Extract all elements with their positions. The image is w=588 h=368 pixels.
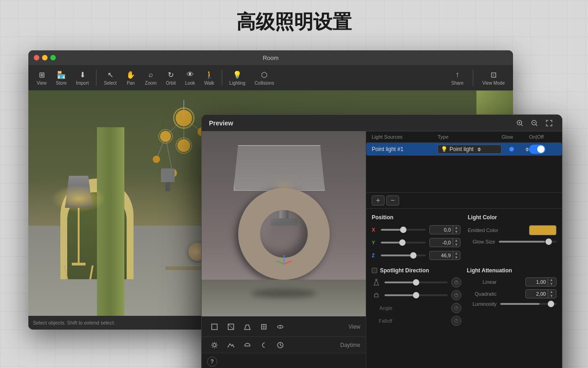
z-slider[interactable] bbox=[381, 254, 426, 256]
toolbar-share[interactable]: ↑ Share bbox=[448, 68, 467, 87]
preview-moon-btn[interactable] bbox=[257, 339, 271, 352]
preview-mountain-btn[interactable] bbox=[224, 339, 238, 352]
glow-size-thumb[interactable] bbox=[545, 238, 552, 245]
z-slider-thumb[interactable] bbox=[410, 252, 417, 259]
position-x-row: X ▲ ▼ bbox=[372, 225, 460, 234]
view-icon: ⊞ bbox=[37, 70, 47, 80]
z-input[interactable] bbox=[430, 252, 453, 259]
toolbar-walk[interactable]: 🚶 Walk bbox=[201, 68, 218, 87]
angle-dial[interactable] bbox=[451, 303, 461, 313]
toolbar-separator-3 bbox=[473, 70, 473, 86]
remove-light-button[interactable]: − bbox=[386, 195, 399, 206]
glow-size-slider[interactable] bbox=[499, 241, 556, 243]
quadratic-spinners: ▲ ▼ bbox=[548, 290, 555, 298]
lamp-leg-left bbox=[64, 265, 68, 279]
spotlight-hand-icon bbox=[372, 291, 381, 300]
z-increment[interactable]: ▲ bbox=[453, 251, 460, 255]
spotlight-dir-thumb-1[interactable] bbox=[413, 279, 419, 286]
falloff-row: Falloff bbox=[372, 316, 461, 326]
minimize-button[interactable] bbox=[42, 55, 48, 60]
add-light-button[interactable]: + bbox=[372, 195, 385, 206]
preview-floor bbox=[202, 280, 366, 316]
x-slider[interactable] bbox=[381, 229, 426, 231]
linear-increment[interactable]: ▲ bbox=[548, 278, 555, 282]
light-toggle[interactable] bbox=[529, 145, 545, 154]
preview-sun-btn[interactable] bbox=[207, 339, 222, 352]
spotlight-checkbox[interactable] bbox=[372, 268, 377, 273]
y-increment[interactable]: ▲ bbox=[453, 238, 460, 243]
quadratic-decrement[interactable]: ▼ bbox=[548, 294, 555, 298]
fullscreen-button[interactable] bbox=[50, 55, 56, 60]
light-source-glow-cell bbox=[502, 147, 529, 152]
luminosity-slider[interactable] bbox=[500, 303, 556, 305]
linear-spinners: ▲ ▼ bbox=[548, 278, 555, 286]
preview-tool-box[interactable] bbox=[207, 320, 222, 333]
type-selector[interactable]: 💡 Point light bbox=[438, 145, 502, 154]
y-input[interactable] bbox=[430, 239, 453, 246]
spotlight-dir-slider-2[interactable] bbox=[385, 294, 448, 296]
preview-clock-btn[interactable] bbox=[273, 339, 288, 352]
linear-decrement[interactable]: ▼ bbox=[548, 282, 555, 286]
preview-tool-ortho[interactable] bbox=[257, 320, 271, 333]
table-header: Light Sources Type Glow On|Off bbox=[366, 131, 562, 143]
light-source-row-1[interactable]: Point light #1 💡 Point light bbox=[366, 143, 562, 156]
toolbar-look[interactable]: 👁 Look bbox=[182, 68, 199, 87]
toolbar-orbit[interactable]: ↻ Orbit bbox=[162, 68, 180, 87]
z-decrement[interactable]: ▼ bbox=[453, 255, 460, 260]
preview-tool-wireframe[interactable] bbox=[224, 320, 238, 333]
x-input[interactable] bbox=[430, 226, 453, 233]
spotlight-dir-thumb-2[interactable] bbox=[413, 292, 419, 298]
col-header-glow: Glow bbox=[502, 134, 529, 140]
y-slider[interactable] bbox=[381, 242, 426, 244]
glow-arrows[interactable] bbox=[525, 147, 529, 152]
toolbar-lighting[interactable]: 💡 Lighting bbox=[226, 68, 249, 87]
quadratic-input[interactable] bbox=[526, 290, 548, 298]
position-column: Position X ▲ bbox=[372, 214, 460, 264]
linear-input[interactable] bbox=[526, 278, 548, 286]
svg-line-20 bbox=[536, 124, 537, 126]
spotlight-dir-slider-1[interactable] bbox=[385, 281, 448, 283]
traffic-lights bbox=[34, 55, 56, 60]
emitted-color-swatch[interactable] bbox=[529, 225, 556, 235]
toolbar-import[interactable]: ⬇ Import bbox=[72, 68, 92, 87]
toolbar-view-mode[interactable]: ⊡ View Mode bbox=[479, 68, 508, 87]
quadratic-increment[interactable]: ▲ bbox=[548, 290, 555, 294]
luminosity-thumb[interactable] bbox=[548, 301, 554, 307]
expand-btn[interactable] bbox=[544, 118, 555, 129]
table-actions: + − bbox=[366, 193, 562, 209]
preview-tool-grid[interactable] bbox=[273, 320, 288, 333]
toolbar-separator-1 bbox=[96, 70, 96, 86]
preview-pane: View bbox=[202, 131, 366, 368]
falloff-dial[interactable] bbox=[451, 316, 461, 326]
x-increment[interactable]: ▲ bbox=[453, 226, 460, 230]
emitted-color-row: Emitted Color bbox=[468, 225, 556, 235]
toolbar-select[interactable]: ↖ Select bbox=[100, 68, 120, 87]
help-button[interactable]: ? bbox=[207, 357, 217, 367]
x-slider-thumb[interactable] bbox=[400, 227, 406, 233]
spotlight-dir-fill-2 bbox=[385, 294, 416, 296]
toolbar-view[interactable]: ⊞ View bbox=[33, 68, 50, 87]
y-slider-thumb[interactable] bbox=[399, 239, 406, 246]
toolbar-zoom[interactable]: ⌕ Zoom bbox=[141, 68, 160, 87]
y-decrement[interactable]: ▼ bbox=[453, 243, 460, 247]
preview-lampshade bbox=[234, 145, 325, 191]
linear-row: Linear ▲ ▼ bbox=[467, 277, 556, 287]
spotlight-dial-1[interactable] bbox=[451, 277, 461, 287]
spotlight-dial-2[interactable] bbox=[451, 290, 461, 300]
zoom-out-btn[interactable] bbox=[529, 118, 540, 129]
x-decrement[interactable]: ▼ bbox=[453, 230, 460, 234]
preview-viewport[interactable] bbox=[202, 131, 366, 316]
dialog-body: View bbox=[202, 131, 562, 368]
toolbar-pan[interactable]: ✋ Pan bbox=[122, 68, 139, 87]
toolbar-collisions[interactable]: ⬡ Collisions bbox=[251, 68, 278, 87]
preview-semicircle-btn[interactable] bbox=[240, 339, 255, 352]
wall-sconce bbox=[156, 168, 179, 191]
toolbar-store[interactable]: 🏪 Store bbox=[52, 68, 70, 87]
close-button[interactable] bbox=[34, 55, 39, 60]
zoom-in-btn[interactable] bbox=[514, 118, 525, 129]
svg-point-8 bbox=[177, 139, 190, 152]
toolbar: ⊞ View 🏪 Store ⬇ Import ↖ Select ✋ Pan ⌕… bbox=[28, 65, 513, 91]
preview-tool-perspective[interactable] bbox=[240, 320, 255, 333]
svg-rect-28 bbox=[212, 324, 217, 330]
glow-dot bbox=[509, 147, 514, 152]
